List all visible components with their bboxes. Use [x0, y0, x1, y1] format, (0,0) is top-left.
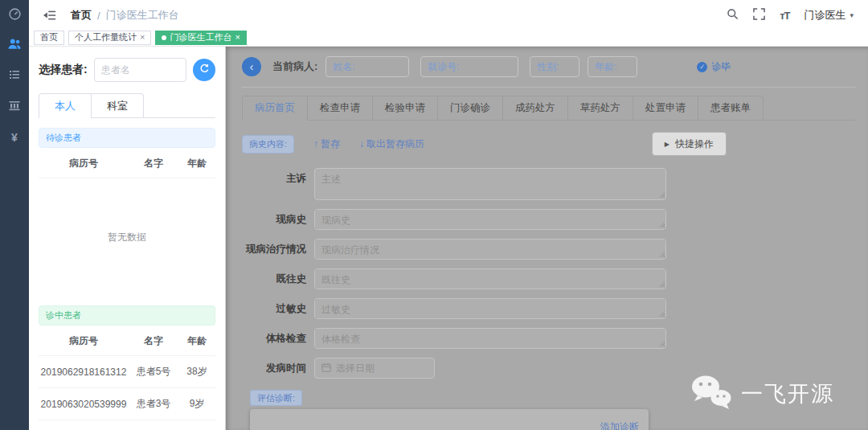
tab-patient-bill[interactable]: 患者账单 [698, 96, 763, 120]
check-circle-icon: ✓ [697, 62, 707, 72]
sidebar-item-departments[interactable] [0, 92, 29, 122]
user-menu[interactable]: 门诊医生 ▾ [804, 8, 854, 23]
sidebar-item-records[interactable] [0, 61, 29, 92]
field-label: 体格检查 [242, 328, 314, 349]
empty-state: 暂无数据 [39, 178, 215, 296]
tab-herbal-rx[interactable]: 草药处方 [567, 96, 633, 120]
form-row-chief-complaint: 主诉 [242, 168, 666, 200]
cell-age: 9岁 [178, 397, 215, 411]
collapse-left-button[interactable]: ‹ [242, 57, 261, 76]
sidebar-item-patients[interactable] [0, 31, 29, 61]
workbench-tabs-nav: 病历首页 检查申请 检验申请 门诊确诊 成药处方 草药处方 处置申请 患者账单 [242, 96, 764, 120]
column-age: 年龄 [178, 157, 215, 170]
form-row-past-history: 既往史 [242, 268, 666, 289]
sidebar-item-billing[interactable]: ¥ [0, 122, 29, 153]
workbench-tabs: 病历首页 检查申请 检验申请 门诊确诊 成药处方 草药处方 处置申请 患者账单 [242, 96, 855, 121]
patient-name-field: 姓名: [326, 56, 409, 77]
in-progress-patients-banner: 诊中患者 [39, 305, 215, 326]
current-treatment-textarea[interactable] [314, 239, 666, 260]
breadcrumb-separator: / [97, 10, 100, 22]
tab-lab-request[interactable]: 检验申请 [372, 96, 437, 120]
field-label: 现病治疗情况 [242, 239, 314, 260]
tab-patent-drug-rx[interactable]: 成药处方 [502, 96, 567, 120]
table-row[interactable]: 2019062918161312 患者5号 38岁 [39, 356, 215, 388]
column-age: 年龄 [178, 334, 215, 348]
cell-name: 患者5号 [129, 365, 178, 379]
current-patient-label: 当前病人: [272, 59, 317, 74]
history-toolbar: 病史内容: ↑ 暂存 ↓ 取出暂存病历 ▶ 快捷操作 [242, 132, 855, 156]
save-draft-link[interactable]: ↑ 暂存 [313, 137, 340, 151]
refresh-button[interactable] [193, 59, 215, 81]
download-icon: ↓ [359, 138, 364, 149]
column-name: 名字 [129, 157, 178, 170]
patient-panel: 选择患者: 本人 科室 待诊患者 病历号 名字 年龄 暂无数据 诊中患者 病历号… [29, 47, 226, 430]
breadcrumb-current: 门诊医生工作台 [106, 8, 179, 23]
tag-outpatient-workbench[interactable]: 门诊医生工作台 × [155, 31, 246, 45]
nav-sidebar: ¥ [0, 0, 29, 430]
status-label: 诊毕 [711, 60, 731, 74]
form-row-onset-date: 发病时间 选择日期 [242, 358, 666, 379]
allergy-history-textarea[interactable] [314, 298, 666, 319]
history-section-badge: 病史内容: [242, 135, 294, 154]
tag-personal-workload[interactable]: 个人工作量统计 × [68, 31, 151, 45]
patient-search-row: 选择患者: [39, 58, 215, 82]
chevron-left-icon: ‹ [250, 59, 254, 73]
medical-history-form: 主诉 现病史 现病治疗情况 既往史 过敏史 体格检查 [242, 168, 666, 379]
dashboard-icon [8, 7, 22, 24]
quick-actions-label: 快捷操作 [675, 137, 714, 151]
date-placeholder: 选择日期 [336, 362, 375, 375]
quick-actions-button[interactable]: ▶ 快捷操作 [652, 132, 727, 156]
field-label: 发病时间 [242, 358, 314, 379]
form-row-allergy-history: 过敏史 [242, 298, 666, 319]
add-diagnosis-link[interactable]: 添加诊断 [600, 420, 639, 430]
caret-right-icon: ▶ [665, 141, 669, 148]
column-name: 名字 [129, 334, 178, 348]
tag-home[interactable]: 首页 [34, 31, 64, 45]
form-row-present-illness: 现病史 [242, 209, 666, 230]
refresh-icon [199, 63, 210, 76]
upload-icon: ↑ [313, 138, 318, 149]
field-label: 现病史 [242, 209, 314, 230]
sidebar-item-dashboard[interactable] [0, 0, 29, 31]
tab-outpatient-diagnosis[interactable]: 门诊确诊 [437, 96, 502, 120]
diagnosis-panel: 添加诊断 [250, 409, 649, 430]
menu-fold-icon[interactable] [43, 10, 56, 21]
waiting-table-header: 病历号 名字 年龄 [39, 148, 215, 178]
cell-name: 患者3号 [129, 397, 178, 411]
tab-treatment-request[interactable]: 处置申请 [633, 96, 698, 120]
onset-date-picker[interactable]: 选择日期 [314, 358, 435, 379]
diagnosis-section: 评估诊断: [250, 390, 855, 404]
font-size-icon[interactable]: тT [780, 10, 789, 22]
tag-label: 门诊医生工作台 [170, 31, 231, 43]
load-draft-link[interactable]: ↓ 取出暂存病历 [359, 137, 424, 151]
tag-label: 个人工作量统计 [75, 31, 137, 43]
tab-medical-record-home[interactable]: 病历首页 [243, 96, 307, 121]
breadcrumb-root[interactable]: 首页 [71, 8, 92, 23]
field-label: 主诉 [242, 168, 314, 189]
header-actions: тT 门诊医生 ▾ [727, 8, 854, 23]
status-badge[interactable]: ✓ 诊毕 [697, 60, 731, 74]
tab-exam-request[interactable]: 检查申请 [307, 96, 372, 120]
table-row[interactable]: 2019063020539999 患者3号 9岁 [39, 388, 215, 420]
present-illness-textarea[interactable] [314, 209, 666, 230]
patient-scope-tabs: 本人 科室 [39, 93, 215, 118]
close-icon[interactable]: × [235, 33, 240, 42]
workbench-main: ‹ 当前病人: 姓名: 就诊号: 性别: 年龄: ✓ 诊毕 病历首页 检查申请 … [226, 47, 868, 430]
tab-department[interactable]: 科室 [92, 93, 144, 117]
diagnosis-section-badge: 评估诊断: [250, 390, 302, 406]
fullscreen-icon[interactable] [753, 8, 765, 23]
form-row-physical-exam: 体格检查 [242, 328, 666, 349]
select-patient-label: 选择患者: [39, 63, 88, 77]
patient-name-input[interactable] [94, 58, 186, 82]
chief-complaint-textarea[interactable] [314, 168, 666, 200]
search-icon[interactable] [727, 8, 739, 23]
top-header: 首页 / 门诊医生工作台 тT 门诊医生 ▾ [29, 0, 868, 31]
past-history-textarea[interactable] [314, 268, 666, 289]
tab-self[interactable]: 本人 [39, 93, 92, 118]
visit-number-field: 就诊号: [420, 56, 518, 77]
billing-yen-icon: ¥ [11, 131, 18, 144]
close-icon[interactable]: × [140, 33, 145, 42]
in-progress-table-header: 病历号 名字 年龄 [39, 326, 215, 356]
current-patient-bar: ‹ 当前病人: 姓名: 就诊号: 性别: 年龄: ✓ 诊毕 [242, 56, 855, 88]
physical-exam-textarea[interactable] [314, 328, 666, 349]
